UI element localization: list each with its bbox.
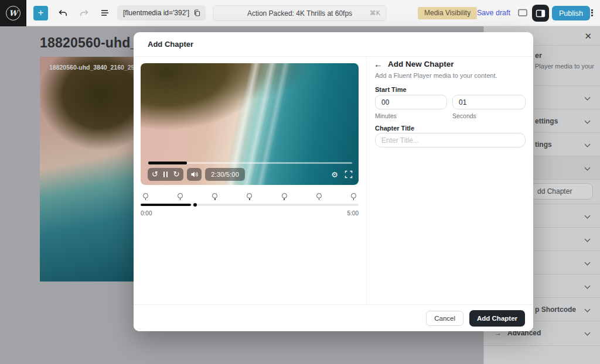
- back-arrow-icon[interactable]: ←: [374, 59, 383, 69]
- chevron-down-icon: [585, 283, 591, 289]
- timeline-end-label: 5:00: [347, 210, 359, 217]
- sidebar-icon: [536, 9, 546, 18]
- chapter-marker-pin-icon[interactable]: [282, 193, 287, 200]
- modal-title: Add Chapter: [148, 40, 193, 49]
- copy-icon: [193, 9, 201, 17]
- shortcode-chip[interactable]: [fluentmedia id='392']: [117, 5, 206, 20]
- publish-button[interactable]: Publish: [552, 6, 590, 20]
- divider: [366, 57, 367, 304]
- time-display: 2:30/5:00: [205, 168, 245, 181]
- chevron-down-icon: [585, 260, 591, 266]
- save-draft-link[interactable]: Save draft: [477, 9, 510, 17]
- sidebar-panel-description: Player media to your: [535, 63, 594, 70]
- screen: 18820560-uhd_384 18820560-uhd_3840_2160_…: [0, 0, 600, 364]
- post-video-thumbnail: 18820560-uhd_3840_2160_25fps: [40, 57, 137, 281]
- minutes-unit-label: Minutes: [375, 112, 397, 119]
- chapter-marker-pin-icon[interactable]: [351, 193, 356, 200]
- chapter-marker-pin-icon[interactable]: [143, 193, 148, 200]
- add-block-button[interactable]: +: [33, 6, 48, 20]
- playback-controls: ↺ ↻: [148, 168, 183, 181]
- chevron-down-icon: [585, 142, 591, 147]
- chapter-markers: [141, 193, 359, 200]
- chevron-down-icon: [585, 118, 591, 124]
- add-chapter-modal: Add Chapter ↺ ↻ 2:30/5:00 ⚙: [134, 32, 533, 331]
- chevron-down-icon: [585, 165, 591, 171]
- timeline-start-label: 0:00: [141, 210, 152, 217]
- preview-icon[interactable]: [517, 8, 528, 17]
- seconds-input[interactable]: [452, 95, 526, 109]
- settings-panel-toggle[interactable]: [532, 5, 549, 22]
- chevron-down-icon: [585, 95, 591, 101]
- chapter-marker-pin-icon[interactable]: [212, 193, 217, 200]
- sidebar-panel-title: er: [535, 51, 542, 60]
- chapter-title-label: Chapter Title: [375, 125, 414, 132]
- chevron-down-icon: [585, 307, 591, 313]
- media-visibility-button[interactable]: Media Visibility: [418, 7, 477, 19]
- chapter-marker-pin-icon[interactable]: [316, 193, 322, 200]
- form-title: Add New Chapter: [388, 60, 454, 68]
- form-subtitle: Add a Fluent Player media to your conten…: [375, 72, 497, 79]
- chapter-marker-pin-icon[interactable]: [247, 193, 252, 200]
- modal-footer: Cancel Add Chapter: [134, 304, 533, 331]
- redo-icon[interactable]: [77, 6, 90, 19]
- video-progress-fill: [148, 162, 187, 164]
- video-progress-bar[interactable]: [148, 162, 352, 164]
- video-filename-caption: 18820560-uhd_3840_2160_25fps: [49, 64, 144, 71]
- divider: [484, 345, 600, 346]
- document-title: Action Packed: 4K Thrills at 60fps: [213, 9, 386, 18]
- timeline-fill: [141, 204, 191, 206]
- pause-icon[interactable]: [163, 171, 168, 177]
- timeline-labels: 0:00 5:00: [141, 210, 359, 217]
- editor-toolbar: W + [fluentmedia id='392'] Action Packed…: [0, 0, 600, 26]
- options-menu-icon[interactable]: ⋮: [588, 7, 596, 19]
- rewind-10-icon[interactable]: ↺: [152, 168, 158, 181]
- chevron-down-icon: [585, 330, 591, 336]
- video-player[interactable]: ↺ ↻ 2:30/5:00 ⚙: [141, 63, 359, 185]
- player-right-controls: ⚙: [331, 170, 353, 179]
- start-time-label: Start Time: [375, 86, 407, 93]
- minutes-input[interactable]: [375, 95, 447, 109]
- chapter-title-input[interactable]: [375, 133, 526, 147]
- command-shortcut: ⌘K: [370, 9, 380, 17]
- command-palette[interactable]: Action Packed: 4K Thrills at 60fps ⌘K: [213, 5, 387, 21]
- player-controls: ↺ ↻ 2:30/5:00 ⚙: [148, 168, 353, 181]
- seconds-unit-label: Seconds: [452, 112, 476, 119]
- wordpress-logo[interactable]: W: [0, 0, 26, 26]
- cancel-button[interactable]: Cancel: [426, 311, 463, 326]
- timeline-track[interactable]: [141, 204, 359, 206]
- fullscreen-icon[interactable]: [345, 170, 353, 178]
- chapter-timeline: 0:00 5:00: [141, 193, 359, 217]
- volume-icon[interactable]: [187, 168, 202, 181]
- chevron-down-icon: [585, 213, 591, 219]
- close-icon[interactable]: ✕: [584, 31, 592, 42]
- timeline-thumb[interactable]: [193, 203, 197, 207]
- list-view-icon[interactable]: [98, 6, 111, 19]
- modal-header: Add Chapter: [134, 32, 533, 57]
- add-chapter-button[interactable]: Add Chapter: [469, 310, 525, 327]
- undo-icon[interactable]: [56, 6, 69, 19]
- chapter-marker-pin-icon[interactable]: [178, 193, 183, 200]
- forward-10-icon[interactable]: ↻: [173, 168, 179, 181]
- chevron-down-icon: [585, 236, 591, 242]
- settings-gear-icon[interactable]: ⚙: [331, 170, 338, 179]
